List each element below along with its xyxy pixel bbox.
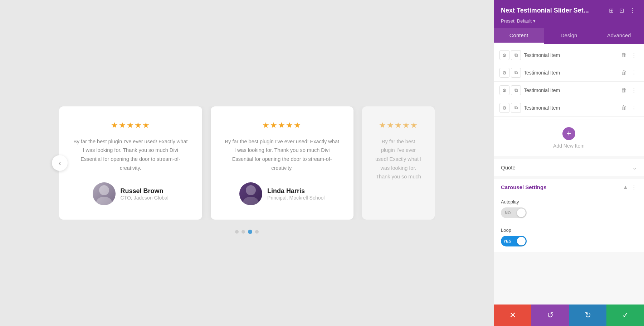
delete-icon-4[interactable]: 🗑 [620,104,628,112]
redo-button[interactable]: ↻ [569,305,606,326]
item-actions-2: 🗑 ⋮ [620,69,638,77]
item-icons-3: ⚙ ⧉ [499,85,521,95]
autoplay-toggle[interactable]: NO [501,207,527,218]
carousel-more-icon[interactable]: ⋮ [631,184,637,191]
copy-icon-2[interactable]: ⧉ [511,68,521,78]
delete-icon-2[interactable]: 🗑 [620,69,628,77]
stars-1: ★★★★★ [111,121,150,130]
quote-section-header[interactable]: Quote ⌄ [494,159,644,176]
delete-icon-1[interactable]: 🗑 [620,51,628,59]
settings-icon-3[interactable]: ⚙ [499,85,509,95]
autoplay-setting: Autoplay NO [494,196,644,224]
cancel-button[interactable]: ✕ [494,305,531,326]
more-icon[interactable]: ⋮ [628,6,637,15]
loop-label: Loop [501,227,637,233]
panel-title: Next Testimonial Slider Set... [501,7,608,14]
copy-icon-3[interactable]: ⧉ [511,85,521,95]
undo-icon: ↺ [547,311,553,320]
items-list: ⚙ ⧉ Testimonial Item 🗑 ⋮ ⚙ ⧉ Testimonial… [494,44,644,120]
table-row: ⚙ ⧉ Testimonial Item 🗑 ⋮ [494,47,644,64]
panel-title-icons: ⊞ ⊡ ⋮ [608,6,637,15]
autoplay-toggle-text: NO [503,211,512,215]
item-label-2: Testimonial Item [524,70,617,76]
more-icon-4[interactable]: ⋮ [630,104,638,112]
copy-icon-1[interactable]: ⧉ [511,50,521,60]
grid-icon[interactable]: ⊡ [618,6,625,15]
dot-3[interactable] [248,230,252,234]
settings-icon-1[interactable]: ⚙ [499,50,509,60]
dots-container [235,230,259,234]
dot-4[interactable] [255,230,259,234]
panel-bottom-bar: ✕ ↺ ↻ ✓ [494,305,644,326]
loop-toggle[interactable]: YES [501,236,527,246]
add-new-item-button[interactable]: + Add New Item [494,120,644,156]
author-name-1: Russel Brown [121,187,169,195]
carousel-settings: Carousel Settings ▲ ⋮ Autoplay NO Loop Y… [494,179,644,252]
panel-body: ⚙ ⧉ Testimonial Item 🗑 ⋮ ⚙ ⧉ Testimonial… [494,44,644,305]
more-icon-1[interactable]: ⋮ [630,51,638,59]
author-name-2: Linda Harris [267,187,325,195]
save-icon: ✓ [622,311,629,320]
add-new-label: Add New Item [553,143,585,149]
tab-design[interactable]: Design [544,28,594,44]
testimonial-slider: ‹ ★★★★★ By far the best plugin I've ever… [59,106,435,220]
autoplay-toggle-knob [517,208,526,217]
table-row: ⚙ ⧉ Testimonial Item 🗑 ⋮ [494,82,644,99]
cancel-icon: ✕ [509,311,516,320]
author-info-2: Linda Harris Principal, Mockrell School [267,187,325,201]
testimonial-card-2: ★★★★★ By far the best plugin I've ever u… [211,106,354,220]
testimonial-card-3: ★★★★★ By far the best plugin I've ever u… [362,106,435,220]
stars-2: ★★★★★ [262,121,302,130]
svg-point-3 [243,197,259,205]
item-label-3: Testimonial Item [524,87,617,93]
quote-chevron-icon: ⌄ [632,164,637,171]
undo-button[interactable]: ↺ [531,305,569,326]
chevron-left-icon: ‹ [59,159,61,167]
carousel-settings-header: Carousel Settings ▲ ⋮ [494,179,644,196]
more-icon-3[interactable]: ⋮ [630,86,638,95]
panel-preset[interactable]: Preset: Default ▾ [501,18,637,24]
svg-point-0 [99,185,109,195]
quote-2: By far the best plugin I've ever used! E… [224,137,341,173]
copy-icon-4[interactable]: ⧉ [511,103,521,113]
loop-setting: Loop YES [494,224,644,252]
svg-point-1 [96,197,112,205]
carousel-collapse-icon[interactable]: ▲ [623,184,628,191]
quote-section: Quote ⌄ [494,159,644,176]
quote-3: By far the best plugin I've ever used! E… [375,137,422,181]
dot-1[interactable] [235,230,239,234]
carousel-settings-title: Carousel Settings [501,184,547,190]
author-info-1: Russel Brown CTO, Jadeson Global [121,187,169,201]
delete-icon-3[interactable]: 🗑 [620,86,628,95]
right-panel: Next Testimonial Slider Set... ⊞ ⊡ ⋮ Pre… [494,0,644,326]
item-label-1: Testimonial Item [524,52,617,58]
save-button[interactable]: ✓ [606,305,644,326]
settings-icon-4[interactable]: ⚙ [499,103,509,113]
settings-icon-2[interactable]: ⚙ [499,68,509,78]
item-icons-1: ⚙ ⧉ [499,50,521,60]
responsive-icon[interactable]: ⊞ [608,6,615,15]
panel-header: Next Testimonial Slider Set... ⊞ ⊡ ⋮ Pre… [494,0,644,28]
more-icon-2[interactable]: ⋮ [630,69,638,77]
loop-toggle-text: YES [502,239,513,243]
redo-icon: ↻ [585,311,591,320]
item-icons-2: ⚙ ⧉ [499,68,521,78]
author-title-2: Principal, Mockrell School [267,195,325,201]
carousel-header-icons: ▲ ⋮ [623,184,637,191]
testimonial-card-1: ★★★★★ By far the best plugin I've ever u… [59,106,202,220]
panel-tabs: Content Design Advanced [494,28,644,44]
quote-section-title: Quote [501,164,516,171]
prev-button[interactable]: ‹ [52,155,68,171]
loop-toggle-knob [517,237,526,245]
table-row: ⚙ ⧉ Testimonial Item 🗑 ⋮ [494,99,644,117]
table-row: ⚙ ⧉ Testimonial Item 🗑 ⋮ [494,64,644,82]
add-new-icon: + [562,127,575,140]
item-icons-4: ⚙ ⧉ [499,103,521,113]
author-1: Russel Brown CTO, Jadeson Global [93,182,169,205]
item-label-4: Testimonial Item [524,105,617,111]
tab-advanced[interactable]: Advanced [594,28,644,44]
dot-2[interactable] [241,230,245,234]
tab-content[interactable]: Content [494,28,544,44]
canvas-area: ‹ ★★★★★ By far the best plugin I've ever… [0,0,494,326]
svg-point-2 [246,185,256,195]
